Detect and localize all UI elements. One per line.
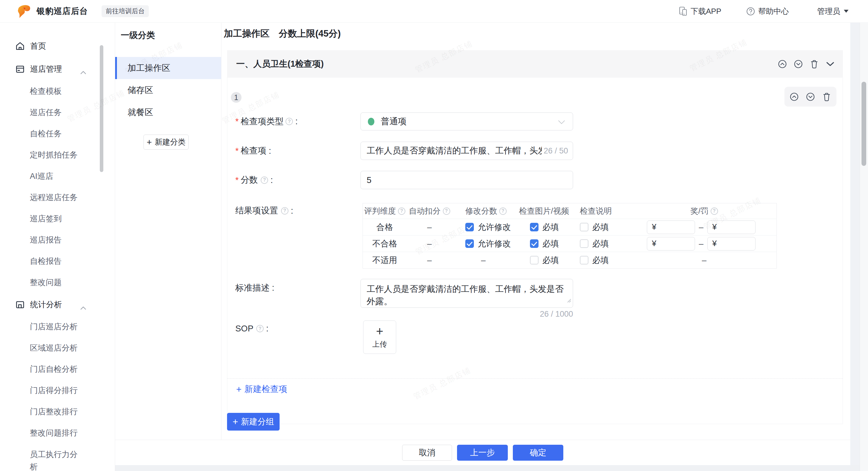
score-field-label: * 分数 ? : xyxy=(235,171,273,189)
page-title: 加工操作区 分数上限(45分) xyxy=(224,27,341,40)
page-scrollbar-track xyxy=(860,23,868,471)
type-dot-icon xyxy=(368,118,374,125)
note-required-checkbox[interactable] xyxy=(580,256,588,264)
chevron-down-icon xyxy=(844,10,848,13)
sidebar: 首页 巡店管理 检查模板 巡店任务 自检任务 定时抓拍任务 AI巡店 远程巡店任… xyxy=(0,23,115,471)
allow-modify-checkbox[interactable] xyxy=(465,239,474,248)
reward-min-input[interactable]: ¥ xyxy=(647,237,695,251)
inspection-icon xyxy=(16,64,25,74)
new-group-button[interactable]: + 新建分组 xyxy=(227,413,280,431)
new-check-item-link[interactable]: + 新建检查项 xyxy=(236,383,287,395)
delete-group-button[interactable] xyxy=(809,59,819,69)
results-table-header: 评判维度? 自动扣分? 修改分数? 检查图片/视频 检查说明 奖/罚? xyxy=(363,203,776,219)
category-item-dining-area[interactable]: 就餐区 xyxy=(115,101,221,123)
page-scrollbar-thumb[interactable] xyxy=(862,82,866,166)
sidebar-item-store-rectify-ranking[interactable]: 门店整改排行 xyxy=(0,401,115,422)
sidebar-item-patrol-task[interactable]: 巡店任务 xyxy=(0,102,115,123)
plus-icon: + xyxy=(376,325,383,338)
sidebar-item-remote-patrol-task[interactable]: 远程巡店任务 xyxy=(0,187,115,208)
delete-item-button[interactable] xyxy=(822,92,832,102)
category-item-processing-area[interactable]: 加工操作区 xyxy=(115,57,221,79)
type-select[interactable]: 普通项 xyxy=(361,113,573,130)
collapse-group-button[interactable] xyxy=(825,59,835,69)
cancel-button[interactable]: 取消 xyxy=(402,445,452,461)
move-group-down-button[interactable] xyxy=(793,59,803,69)
help-icon[interactable]: ? xyxy=(281,207,288,215)
sidebar-group-inspection[interactable]: 巡店管理 xyxy=(0,58,115,81)
category-item-storage-area[interactable]: 储存区 xyxy=(115,79,221,101)
sidebar-item-store-self-check-analysis[interactable]: 门店自检分析 xyxy=(0,358,115,380)
sidebar-scrollbar-thumb[interactable] xyxy=(100,45,103,172)
note-required-checkbox[interactable] xyxy=(580,223,588,231)
sidebar-item-home[interactable]: 首页 xyxy=(0,34,115,58)
training-backend-tag[interactable]: 前往培训后台 xyxy=(101,5,149,17)
scroll-gutter xyxy=(850,23,860,465)
download-app-button[interactable]: 下载APP xyxy=(679,6,721,17)
sidebar-item-region-patrol-analysis[interactable]: 区域巡店分析 xyxy=(0,337,115,358)
type-field-label: * 检查项类型 ? : xyxy=(235,113,298,130)
help-center-button[interactable]: 帮助中心 xyxy=(746,6,789,17)
item-index-badge: 1 xyxy=(231,92,242,103)
results-table: 评判维度? 自动扣分? 修改分数? 检查图片/视频 检查说明 奖/罚? 合格 –… xyxy=(363,203,777,269)
previous-step-button[interactable]: 上一步 xyxy=(457,445,508,461)
sop-upload-button[interactable]: + 上传 xyxy=(363,320,396,354)
table-row-pass: 合格 – 允许修改 必填 必填 ¥ – ¥ xyxy=(363,219,776,235)
help-icon[interactable]: ? xyxy=(443,208,450,215)
user-menu[interactable]: 管理员 xyxy=(817,6,848,17)
confirm-button[interactable]: 确定 xyxy=(513,445,563,461)
media-required-checkbox[interactable] xyxy=(530,223,538,231)
sidebar-item-store-score-ranking[interactable]: 门店得分排行 xyxy=(0,380,115,401)
note-required-checkbox[interactable] xyxy=(580,239,588,248)
help-icon[interactable]: ? xyxy=(261,177,268,184)
reward-min-input[interactable]: ¥ xyxy=(647,220,695,234)
sidebar-menu: 首页 巡店管理 检查模板 巡店任务 自检任务 定时抓拍任务 AI巡店 远程巡店任… xyxy=(0,23,115,465)
help-icon[interactable]: ? xyxy=(499,208,507,215)
desc-field-label: 标准描述 : xyxy=(235,279,274,297)
sidebar-item-rectify-issue-ranking[interactable]: 整改问题排行 xyxy=(0,422,115,444)
divider xyxy=(227,378,843,379)
media-required-checkbox[interactable] xyxy=(530,239,538,248)
reward-max-input[interactable]: ¥ xyxy=(707,220,755,234)
resize-handle[interactable] xyxy=(566,294,571,306)
sidebar-item-rectify-issues[interactable]: 整改问题 xyxy=(0,272,115,293)
statistics-icon xyxy=(16,300,25,309)
standard-description-textarea[interactable]: 工作人员是否穿戴清洁的工作服、工作帽，头发是否外露。 xyxy=(361,279,573,308)
move-item-up-button[interactable] xyxy=(789,92,799,102)
new-category-button[interactable]: + 新建分类 xyxy=(144,134,189,150)
item-toolbar xyxy=(784,87,836,106)
help-icon[interactable]: ? xyxy=(256,325,264,332)
sidebar-item-patrol-report[interactable]: 巡店报告 xyxy=(0,229,115,251)
name-counter: 26 / 50 xyxy=(544,146,568,156)
media-required-checkbox[interactable] xyxy=(530,256,538,264)
table-row-fail: 不合格 – 允许修改 必填 必填 ¥ – ¥ xyxy=(363,235,776,252)
chevron-down-icon xyxy=(558,117,565,126)
sidebar-item-ai-patrol[interactable]: AI巡店 xyxy=(0,165,115,187)
main-content: 加工操作区 分数上限(45分) 一、人员卫生(1检查项) xyxy=(221,23,850,440)
sidebar-item-staff-execution-analysis[interactable]: 员工执行力分析 xyxy=(0,444,115,465)
move-item-down-button[interactable] xyxy=(805,92,815,102)
group-header-bar: 一、人员卫生(1检查项) xyxy=(227,50,843,77)
sidebar-item-self-check-task[interactable]: 自检任务 xyxy=(0,123,115,144)
results-field-label: 结果项设置 ? : xyxy=(235,203,293,218)
help-icon[interactable]: ? xyxy=(285,118,293,125)
score-input[interactable]: 5 xyxy=(361,171,573,189)
name-input[interactable]: 工作人员是否穿戴清洁的工作服、工作帽，头发是否 26 / 50 xyxy=(361,142,573,160)
reward-max-input[interactable]: ¥ xyxy=(707,237,755,251)
allow-modify-checkbox[interactable] xyxy=(465,223,474,231)
group-title: 一、人员卫生(1检查项) xyxy=(236,58,323,70)
app-page: 银豹巡店后台 前往培训后台 下载APP 帮助中心 管理员 xyxy=(0,0,868,471)
sidebar-item-store-patrol-analysis[interactable]: 门店巡店分析 xyxy=(0,316,115,337)
description-counter: 26 / 1000 xyxy=(361,310,573,319)
move-group-up-button[interactable] xyxy=(777,59,787,69)
sidebar-item-timed-capture-task[interactable]: 定时抓拍任务 xyxy=(0,144,115,165)
sidebar-group-statistics[interactable]: 统计分析 xyxy=(0,293,115,316)
sop-field-label: SOP ? : xyxy=(235,320,268,338)
sidebar-item-patrol-checkin[interactable]: 巡店签到 xyxy=(0,208,115,229)
help-icon[interactable]: ? xyxy=(711,208,718,215)
help-icon[interactable]: ? xyxy=(398,208,405,215)
chevron-up-icon xyxy=(80,303,86,312)
phone-icon xyxy=(679,6,688,16)
sidebar-item-check-template[interactable]: 检查模板 xyxy=(0,81,115,102)
sidebar-item-self-check-report[interactable]: 自检报告 xyxy=(0,251,115,272)
brand-logo-icon xyxy=(17,4,32,19)
